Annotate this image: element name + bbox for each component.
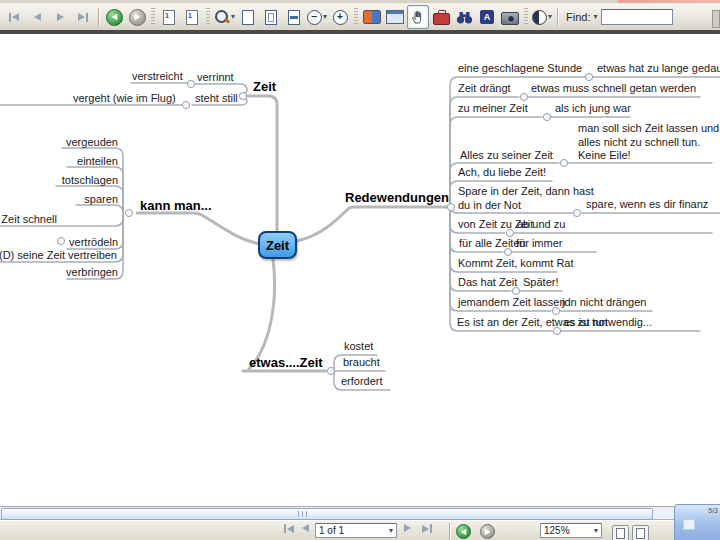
idiom-8: Kommt Zeit, kommt Rat — [458, 257, 574, 270]
zoom-out-dropdown[interactable]: ▾ — [323, 13, 327, 21]
next-view-button[interactable] — [126, 5, 148, 29]
comment-toolbox-icon — [433, 13, 450, 25]
status-last-page-button[interactable] — [422, 524, 432, 533]
single-page-layout-button[interactable]: 1 — [158, 5, 180, 29]
fit-page-button[interactable] — [260, 5, 282, 29]
meaning-1: etwas muss schnell getan werden — [531, 82, 696, 95]
zoom-out-icon: − — [307, 10, 322, 25]
binoculars-icon — [456, 11, 473, 24]
node-zeit-vertreiben: (D) seine Zeit vertreiben — [0, 249, 117, 262]
find-label: Find: — [566, 11, 590, 23]
meaning-0: etwas hat zu lange gedauert — [597, 62, 720, 75]
ebook-button[interactable] — [361, 5, 383, 29]
ebook-icon — [363, 10, 381, 24]
status-previous-page-button[interactable] — [302, 524, 309, 532]
page-mode-single-button[interactable] — [612, 525, 629, 540]
document-canvas[interactable]: Zeit Zeit verstreicht verrinnt vergeht (… — [0, 34, 720, 506]
picture-tasks-button[interactable] — [499, 5, 521, 29]
continuous-page-icon: 1 — [186, 10, 198, 25]
separator — [557, 8, 558, 26]
zoom-tool-button[interactable]: ▾ — [213, 5, 236, 29]
last-page-icon — [78, 13, 85, 21]
display-contrast-button[interactable]: ▾ — [531, 5, 553, 29]
toolbar-grip — [524, 8, 528, 26]
zoom-indicator-text: 125% — [544, 525, 570, 536]
main-toolbar: 1 1 ▾ −▾ + ▾ Find: ▾ — [0, 4, 720, 30]
previous-view-icon — [456, 524, 471, 539]
corner-icon — [683, 519, 695, 530]
meaning-5: spare, wenn es dir finanz — [586, 198, 708, 211]
last-page-button[interactable] — [72, 5, 94, 29]
branch-label-zeit: Zeit — [253, 80, 276, 94]
node-verrinnt: verrinnt — [197, 71, 234, 84]
branch-label-kann-man: kann man... — [140, 199, 212, 213]
zoom-in-button[interactable]: + — [329, 5, 351, 29]
search-button[interactable] — [453, 5, 475, 29]
horizontal-scrollbar[interactable] — [0, 506, 674, 520]
node-totschlagen: totschlagen — [28, 174, 118, 187]
page-indicator-text: 1 of 1 — [319, 525, 344, 536]
mindmap-root-node: Zeit — [258, 231, 297, 259]
status-next-view-button[interactable] — [480, 524, 495, 539]
meaning-6: ab und zu — [517, 218, 565, 231]
find-input[interactable] — [601, 9, 673, 25]
select-text-icon — [480, 10, 494, 24]
window-mode-button[interactable] — [384, 5, 406, 29]
idiom-9: Das hat Zeit — [458, 276, 517, 289]
branch-label-etwas-zeit: etwas....Zeit — [249, 356, 323, 370]
hand-tool-button[interactable] — [407, 5, 429, 29]
zoom-indicator-dropdown[interactable]: ▾ — [594, 527, 598, 535]
zoom-indicator[interactable]: 125% ▾ — [540, 523, 602, 538]
toolbar-grip — [354, 8, 358, 26]
app-window: { "toolbar": { "find_label": "Find:", "f… — [0, 0, 720, 540]
previous-page-button[interactable] — [26, 5, 48, 29]
page-indicator[interactable]: 1 of 1 ▾ — [315, 523, 397, 538]
node-verbringen: verbringen — [28, 266, 118, 279]
idiom-2: zu meiner Zeit — [458, 102, 528, 115]
fit-width-button[interactable] — [283, 5, 305, 29]
page-mode-continuous-button[interactable] — [632, 525, 649, 540]
zoom-out-button[interactable]: −▾ — [306, 5, 328, 29]
fit-width-icon — [288, 10, 300, 25]
overlapping-window-corner: 5/3 — [674, 504, 720, 540]
node-zeit-schnell: Zeit schnell — [0, 213, 57, 226]
idiom-0: eine geschlagene Stunde — [458, 62, 582, 75]
status-first-page-button[interactable] — [284, 524, 294, 533]
continuous-layout-button[interactable]: 1 — [181, 5, 203, 29]
find-dropdown[interactable]: ▾ — [594, 13, 598, 21]
horizontal-scrollbar-thumb[interactable] — [1, 508, 653, 520]
corner-badge: 5/3 — [708, 507, 718, 514]
next-view-icon — [129, 9, 146, 26]
clipped-toolbar-button — [712, 10, 720, 28]
first-page-icon — [9, 13, 11, 22]
meaning-3: man soll sich Zeit lassen und alles nich… — [578, 122, 719, 163]
scrollbar-grip-icon — [298, 511, 308, 517]
actual-size-button[interactable] — [237, 5, 259, 29]
idiom-4: Ach, du liebe Zeit! — [458, 166, 546, 179]
contrast-dropdown[interactable]: ▾ — [548, 13, 552, 21]
meaning-10: jdn nicht drängen — [562, 296, 646, 309]
zoom-in-icon: + — [333, 10, 348, 25]
comment-toolbox-button[interactable] — [430, 5, 452, 29]
node-vertroedeln: vertrödeln — [28, 236, 118, 249]
status-previous-view-button[interactable] — [456, 524, 471, 539]
previous-view-button[interactable] — [103, 5, 125, 29]
first-page-button[interactable] — [3, 5, 25, 29]
window-icon — [386, 10, 404, 24]
meaning-11: es ist notwendig... — [564, 316, 652, 329]
idiom-1: Zeit drängt — [458, 82, 511, 95]
node-erfordert: erfordert — [341, 375, 383, 388]
previous-view-icon — [106, 9, 123, 26]
node-steht-still: steht still — [195, 92, 238, 105]
status-next-page-button[interactable] — [404, 524, 411, 532]
separator — [98, 8, 99, 26]
separator — [449, 523, 450, 540]
branch-label-redewendungen: Redewendungen — [345, 191, 449, 205]
idiom-3: Alles zu seiner Zeit — [460, 149, 553, 162]
page-indicator-dropdown[interactable]: ▾ — [389, 527, 393, 535]
zoom-tool-dropdown[interactable]: ▾ — [231, 13, 235, 21]
select-text-button[interactable] — [476, 5, 498, 29]
idiom-5: Spare in der Zeit, dann hast du in der N… — [458, 185, 594, 212]
fit-page-icon — [265, 10, 277, 25]
next-page-button[interactable] — [49, 5, 71, 29]
